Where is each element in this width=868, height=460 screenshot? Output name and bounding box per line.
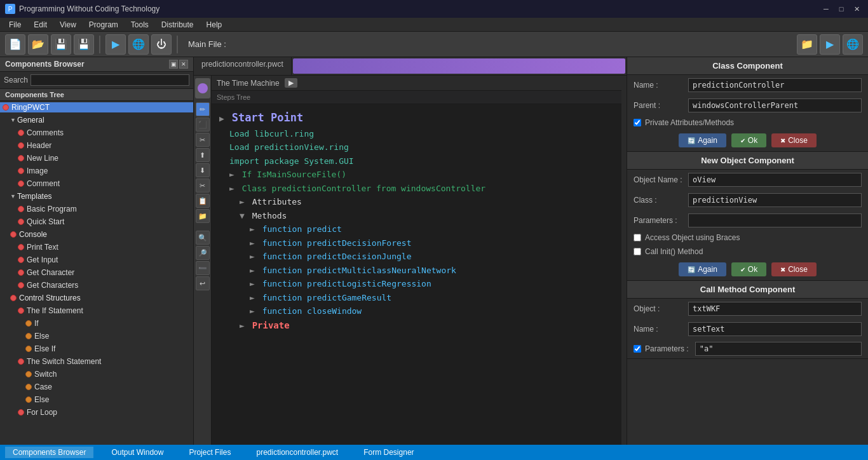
tree-item-switch[interactable]: Switch [0,368,193,381]
zoom-out-button[interactable]: 🔎 [196,246,210,260]
copy-button[interactable]: 📋 [196,194,210,208]
search-input[interactable] [31,74,189,86]
tree-item-case[interactable]: Case [0,381,193,393]
status-tab-project-files[interactable]: Project Files [181,447,238,458]
save-button[interactable]: 💾 [74,34,94,55]
object-close-button[interactable]: ✖ Close [771,262,817,276]
tree-group-control-structures[interactable]: Control Structures [0,292,193,304]
tree-item-else-if[interactable]: Else If [0,342,193,355]
tree-group-console[interactable]: Console [0,228,193,241]
object-class-input[interactable] [688,193,862,207]
class-ok-button[interactable]: ✔ Ok [731,133,766,147]
tree-group-switch-statement[interactable]: The Switch Statement [0,355,193,368]
tree-group-general[interactable]: ▼ General [0,114,193,126]
tree-item-basic-program[interactable]: Basic Program [0,203,193,215]
code-line-load-curl[interactable]: Load libcurl.ring [217,127,616,141]
code-line-start[interactable]: ▶ Start Point [217,109,616,127]
tree-item-print-text[interactable]: Print Text [0,241,193,254]
method-params-checkbox[interactable] [634,345,641,353]
tree-item-else[interactable]: Else [0,330,193,342]
class-close-button[interactable]: ✖ Close [771,133,817,147]
minimize-button[interactable]: ─ [820,3,832,15]
menu-tools[interactable]: Tools [125,19,155,30]
tree-item-get-input[interactable]: Get Input [0,254,193,266]
tree-group-if-statement[interactable]: The If Statement [0,304,193,317]
view-button[interactable]: ⬛ [196,118,210,132]
menu-distribute[interactable]: Distribute [155,19,200,30]
code-line-func-predict[interactable]: ► function predict [217,222,616,236]
method-params-input[interactable] [695,342,862,356]
menu-view[interactable]: View [53,19,83,30]
code-scrollbar[interactable] [621,76,627,445]
class-name-input[interactable] [688,78,862,92]
object-params-input[interactable] [688,213,862,227]
minus-button[interactable]: ➖ [196,261,210,275]
status-tab-predictioncontroller[interactable]: predictioncontroller.pwct [248,447,346,458]
code-line-func-game[interactable]: ► function predictGameResult [217,291,616,305]
tree-item-comments[interactable]: Comments [0,126,193,139]
code-line-attributes[interactable]: ► Attributes [217,195,616,209]
external-link-button[interactable]: ↩ [196,276,210,290]
open-file-button[interactable]: 📂 [28,34,48,55]
code-line-func-decision-jungle[interactable]: ► function predictDecisionJungle [217,250,616,264]
code-line-func-multiclass[interactable]: ► function predictMulticlassNeuralNetwor… [217,264,616,278]
object-init-checkbox[interactable] [634,248,641,255]
down-button[interactable]: ⬇ [196,163,210,177]
tree-item-get-characters[interactable]: Get Characters [0,279,193,292]
tree-group-templates[interactable]: ▼ Templates [0,190,193,203]
code-line-func-close[interactable]: ► function closeWindow [217,304,616,318]
class-parent-input[interactable] [688,98,862,112]
tree-item-ringpwct[interactable]: RingPWCT [0,101,193,114]
tree-item-get-character[interactable]: Get Character [0,266,193,279]
menu-help[interactable]: Help [200,19,229,30]
class-again-button[interactable]: 🔄 Again [679,133,726,147]
code-line-import[interactable]: import package System.GUI [217,154,616,168]
run-button[interactable]: ▶ [105,34,126,55]
cut-button[interactable]: ✂ [196,133,210,147]
tree-item-if[interactable]: If [0,317,193,330]
method-object-input[interactable] [688,302,862,316]
folder-button[interactable]: 📁 [196,209,210,223]
menu-file[interactable]: File [3,19,27,30]
object-again-button[interactable]: 🔄 Again [679,262,726,276]
tab-play-button[interactable]: ▶ [285,78,297,88]
code-line-func-decision-forest[interactable]: ► function predictDecisionForest [217,236,616,250]
sidebar-restore-button[interactable]: ▣ [169,60,178,69]
method-name-input[interactable] [688,322,862,336]
toolbar-globe-icon[interactable]: 🌐 [843,34,863,55]
zoom-in-button[interactable]: 🔍 [196,231,210,245]
toolbar-folder-icon[interactable]: 📁 [797,34,817,55]
tree-item-comment[interactable]: Comment [0,177,193,190]
menu-program[interactable]: Program [83,19,125,30]
save-all-button[interactable]: 💾 [51,34,71,55]
status-tab-output-window[interactable]: Output Window [104,447,171,458]
code-line-if[interactable]: ► If IsMainSourceFile() [217,168,616,182]
close-button[interactable]: ✕ [850,3,863,15]
tree-item-else2[interactable]: Else [0,393,193,406]
tree-item-new-line[interactable]: New Line [0,152,193,165]
scissors-button[interactable]: ✂ [196,179,210,193]
code-line-func-logistic[interactable]: ► function predictLogisticRegression [217,277,616,291]
tree-item-for-loop[interactable]: For Loop [0,406,193,419]
tree-item-quick-start[interactable]: Quick Start [0,215,193,228]
code-line-private[interactable]: ► Private [217,318,616,333]
tree-item-header[interactable]: Header [0,139,193,152]
status-tab-components-browser[interactable]: Components Browser [5,447,93,458]
code-line-class[interactable]: ► Class predictionController from window… [217,182,616,196]
edit-button[interactable]: ✏ [196,102,210,116]
class-private-checkbox[interactable] [634,119,641,126]
menu-edit[interactable]: Edit [27,19,53,30]
toolbar-run2-icon[interactable]: ▶ [820,34,840,55]
power-button[interactable]: ⏻ [151,34,172,55]
code-line-methods[interactable]: ▼ Methods [217,209,616,223]
code-line-load-view[interactable]: Load predictionView.ring [217,140,616,154]
new-file-button[interactable]: 📄 [5,34,25,55]
up-button[interactable]: ⬆ [196,148,210,162]
time-machine-tab[interactable]: The Time Machine [217,79,280,88]
object-braces-checkbox[interactable] [634,234,641,241]
object-name-input[interactable] [688,173,862,187]
sidebar-close-button[interactable]: ✕ [179,60,188,69]
tree-item-image[interactable]: Image [0,165,193,177]
status-tab-form-designer[interactable]: Form Designer [356,447,421,458]
file-tab-label[interactable]: predictioncontroller.pwct [194,57,292,75]
